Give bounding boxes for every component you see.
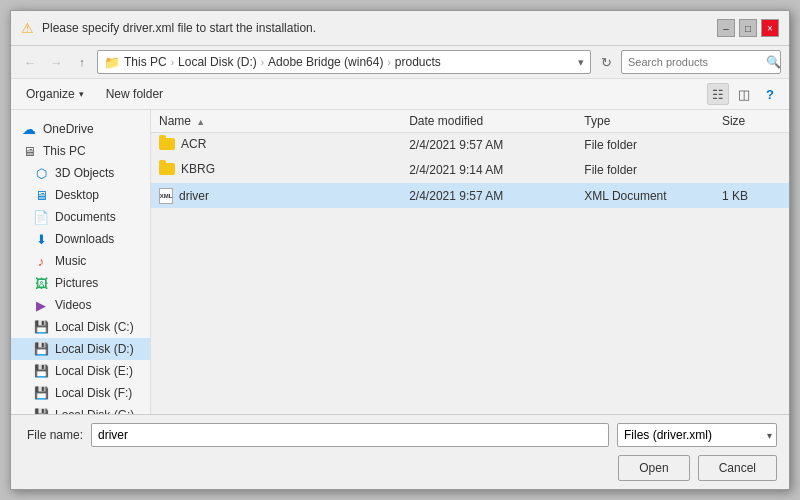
sidebar-label-videos: Videos: [55, 298, 91, 312]
breadcrumb-item-1[interactable]: Local Disk (D:): [178, 55, 257, 69]
breadcrumb: This PC › Local Disk (D:) › Adobe Bridge…: [124, 55, 578, 69]
file-name-cell: KBRG: [151, 158, 401, 183]
large-icons-button[interactable]: ◫: [733, 83, 755, 105]
file-date-cell: 2/4/2021 9:57 AM: [401, 183, 576, 209]
dialog-title: Please specify driver.xml file to start …: [42, 21, 316, 35]
up-button[interactable]: ↑: [71, 51, 93, 73]
sidebar-item-thispc[interactable]: 🖥 This PC: [11, 140, 150, 162]
sidebar-label-diskc: Local Disk (C:): [55, 320, 134, 334]
breadcrumb-item-3[interactable]: products: [395, 55, 441, 69]
file-list-body: ACR 2/4/2021 9:57 AM File folder KBRG 2/…: [151, 133, 789, 209]
table-row[interactable]: KBRG 2/4/2021 9:14 AM File folder: [151, 158, 789, 183]
column-header-type[interactable]: Type: [576, 110, 714, 133]
file-size-cell: [714, 133, 789, 158]
organize-button[interactable]: Organize ▾: [19, 83, 91, 105]
address-bar[interactable]: 📁 This PC › Local Disk (D:) › Adobe Brid…: [97, 50, 591, 74]
file-name-label: ACR: [159, 137, 206, 151]
file-type-cell: File folder: [576, 158, 714, 183]
file-name-cell: XML driver: [151, 183, 401, 209]
new-folder-button[interactable]: New folder: [99, 83, 170, 105]
sidebar-item-documents[interactable]: 📄 Documents: [11, 206, 150, 228]
sidebar-item-downloads[interactable]: ⬇ Downloads: [11, 228, 150, 250]
sidebar-label-diskf: Local Disk (F:): [55, 386, 132, 400]
file-name-label: KBRG: [159, 162, 215, 176]
cancel-button[interactable]: Cancel: [698, 455, 777, 481]
diske-icon: 💾: [33, 363, 49, 379]
bottom-bar: File name: Files (driver.xml) Open Cance…: [11, 414, 789, 489]
sidebar-item-diskf[interactable]: 💾 Local Disk (F:): [11, 382, 150, 404]
sidebar-label-onedrive: OneDrive: [43, 122, 94, 136]
filetype-select[interactable]: Files (driver.xml): [617, 423, 777, 447]
file-size-cell: [714, 158, 789, 183]
sidebar-label-pictures: Pictures: [55, 276, 98, 290]
organize-label: Organize: [26, 87, 75, 101]
sidebar-label-downloads: Downloads: [55, 232, 114, 246]
file-size-cell: 1 KB: [714, 183, 789, 209]
title-controls: – □ ×: [717, 19, 779, 37]
table-row[interactable]: XML driver 2/4/2021 9:57 AM XML Document…: [151, 183, 789, 209]
sidebar: ☁ OneDrive 🖥 This PC ⬡ 3D Objects 🖥 Desk…: [11, 110, 151, 414]
help-button[interactable]: ?: [759, 83, 781, 105]
warning-icon: ⚠: [21, 20, 34, 36]
filename-row: File name: Files (driver.xml): [23, 423, 777, 447]
details-view-button[interactable]: ☷: [707, 83, 729, 105]
desktop-icon: 🖥: [33, 187, 49, 203]
refresh-button[interactable]: ↻: [595, 51, 617, 73]
file-name-label: XML driver: [159, 188, 209, 204]
folder-icon: 📁: [104, 55, 120, 70]
file-type-cell: File folder: [576, 133, 714, 158]
search-icon[interactable]: 🔍: [766, 55, 781, 69]
sidebar-item-diskd[interactable]: 💾 Local Disk (D:): [11, 338, 150, 360]
file-list-table: Name ▲ Date modified Type Size ACR 2/4/2…: [151, 110, 789, 209]
main-content: ☁ OneDrive 🖥 This PC ⬡ 3D Objects 🖥 Desk…: [11, 110, 789, 414]
3dobjects-icon: ⬡: [33, 165, 49, 181]
sidebar-item-desktop[interactable]: 🖥 Desktop: [11, 184, 150, 206]
toolbar: Organize ▾ New folder ☷ ◫ ?: [11, 79, 789, 110]
diskc-icon: 💾: [33, 319, 49, 335]
sidebar-item-3dobjects[interactable]: ⬡ 3D Objects: [11, 162, 150, 184]
new-folder-label: New folder: [106, 87, 163, 101]
organize-dropdown-icon: ▾: [79, 89, 84, 99]
column-header-size[interactable]: Size: [714, 110, 789, 133]
videos-icon: ▶: [33, 297, 49, 313]
table-row[interactable]: ACR 2/4/2021 9:57 AM File folder: [151, 133, 789, 158]
xml-icon: XML: [159, 188, 173, 204]
sidebar-item-diskc[interactable]: 💾 Local Disk (C:): [11, 316, 150, 338]
sidebar-label-diskd: Local Disk (D:): [55, 342, 134, 356]
breadcrumb-item-0[interactable]: This PC: [124, 55, 167, 69]
buttons-row: Open Cancel: [23, 455, 777, 481]
sidebar-item-diskg[interactable]: 💾 Local Disk (G:): [11, 404, 150, 414]
file-name-cell: ACR: [151, 133, 401, 158]
filename-label: File name:: [23, 428, 83, 442]
folder-icon: [159, 163, 175, 175]
filename-input[interactable]: [91, 423, 609, 447]
nav-bar: ← → ↑ 📁 This PC › Local Disk (D:) › Adob…: [11, 46, 789, 79]
sidebar-item-onedrive[interactable]: ☁ OneDrive: [11, 118, 150, 140]
address-dropdown-icon[interactable]: ▾: [578, 56, 584, 69]
search-box[interactable]: 🔍: [621, 50, 781, 74]
downloads-icon: ⬇: [33, 231, 49, 247]
sidebar-item-videos[interactable]: ▶ Videos: [11, 294, 150, 316]
breadcrumb-item-2[interactable]: Adobe Bridge (win64): [268, 55, 383, 69]
documents-icon: 📄: [33, 209, 49, 225]
music-icon: ♪: [33, 253, 49, 269]
back-button[interactable]: ←: [19, 51, 41, 73]
sidebar-item-diske[interactable]: 💾 Local Disk (E:): [11, 360, 150, 382]
diskd-icon: 💾: [33, 341, 49, 357]
dialog: ⚠ Please specify driver.xml file to star…: [10, 10, 790, 490]
file-date-cell: 2/4/2021 9:57 AM: [401, 133, 576, 158]
forward-button[interactable]: →: [45, 51, 67, 73]
maximize-button[interactable]: □: [739, 19, 757, 37]
onedrive-icon: ☁: [21, 121, 37, 137]
column-header-name[interactable]: Name ▲: [151, 110, 401, 133]
diskf-icon: 💾: [33, 385, 49, 401]
open-button[interactable]: Open: [618, 455, 689, 481]
filetype-dropdown-wrapper: Files (driver.xml): [617, 423, 777, 447]
sidebar-item-music[interactable]: ♪ Music: [11, 250, 150, 272]
minimize-button[interactable]: –: [717, 19, 735, 37]
file-date-cell: 2/4/2021 9:14 AM: [401, 158, 576, 183]
search-input[interactable]: [628, 56, 766, 68]
column-header-date[interactable]: Date modified: [401, 110, 576, 133]
close-button[interactable]: ×: [761, 19, 779, 37]
sidebar-item-pictures[interactable]: 🖼 Pictures: [11, 272, 150, 294]
